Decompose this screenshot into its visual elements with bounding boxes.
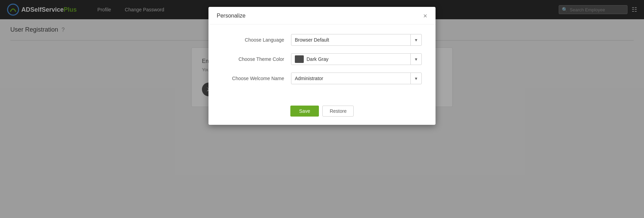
- theme-color-select[interactable]: Dark Gray: [291, 53, 422, 65]
- theme-color-dropdown-arrow: [410, 54, 421, 65]
- language-label: Choose Language: [222, 37, 291, 43]
- theme-color-control: Dark Gray: [291, 53, 422, 65]
- color-swatch: [295, 55, 304, 63]
- language-control: Browser Default: [291, 34, 422, 46]
- theme-color-label: Choose Theme Color: [222, 56, 291, 62]
- welcome-name-label: Choose Welcome Name: [222, 76, 291, 81]
- modal-title: Personalize: [217, 13, 246, 19]
- save-button[interactable]: Save: [290, 106, 319, 117]
- restore-button[interactable]: Restore: [322, 106, 354, 117]
- personalize-modal: Personalize × Choose Language Browser De…: [208, 7, 436, 125]
- welcome-name-control: Administrator: [291, 73, 422, 84]
- theme-color-row: Choose Theme Color Dark Gray: [222, 53, 422, 65]
- modal-overlay: Personalize × Choose Language Browser De…: [0, 0, 644, 218]
- welcome-name-row: Choose Welcome Name Administrator: [222, 73, 422, 84]
- language-value: Browser Default: [291, 37, 410, 43]
- modal-footer: Save Restore: [208, 100, 436, 125]
- theme-color-value: Dark Gray: [291, 55, 410, 63]
- welcome-name-select[interactable]: Administrator: [291, 73, 422, 84]
- modal-header: Personalize ×: [208, 7, 436, 24]
- welcome-name-dropdown-arrow: [410, 73, 421, 84]
- language-row: Choose Language Browser Default: [222, 34, 422, 46]
- language-select[interactable]: Browser Default: [291, 34, 422, 46]
- language-dropdown-arrow: [410, 34, 421, 45]
- modal-close-button[interactable]: ×: [423, 12, 427, 19]
- welcome-name-value: Administrator: [291, 76, 410, 81]
- modal-body: Choose Language Browser Default Choose T…: [208, 24, 436, 100]
